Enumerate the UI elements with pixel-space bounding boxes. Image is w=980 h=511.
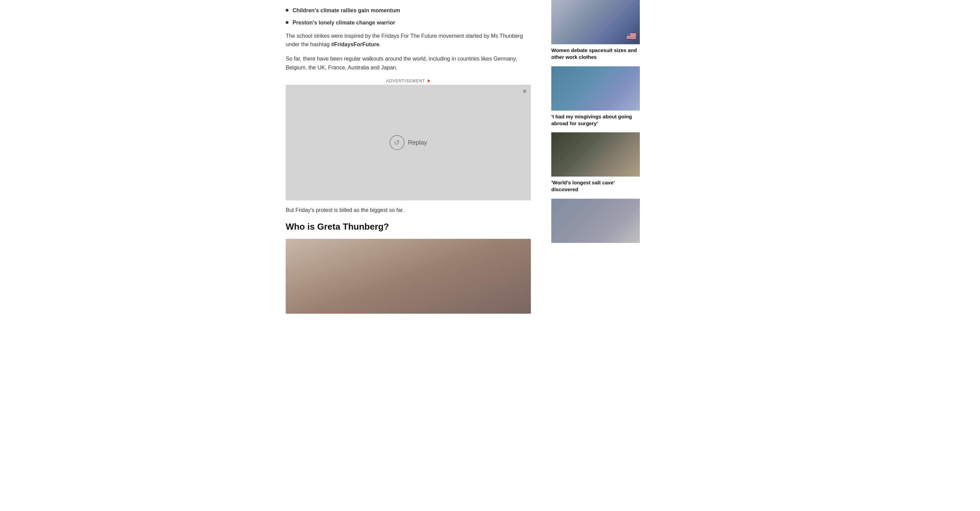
ad-box: ✕ ↺ Replay (286, 85, 531, 200)
sidebar-img-cave (551, 132, 640, 176)
paragraph-1-text: The school strikes were inspired by the … (286, 33, 523, 48)
sidebar-card-cave[interactable]: 'World's longest salt cave' discovered (551, 132, 640, 199)
sidebar-card-title-cave: 'World's longest salt cave' discovered (551, 176, 640, 199)
replay-button[interactable]: ↺ Replay (390, 135, 427, 150)
main-content: Children's climate rallies gain momentum… (245, 0, 544, 321)
hashtag: #FridaysForFuture (331, 41, 379, 47)
article-paragraph-2: So far, there have been regular walkouts… (286, 54, 531, 72)
sidebar-card-title-spacesuit: Women debate spacesuit sizes and other w… (551, 44, 640, 66)
article-paragraph-1: The school strikes were inspired by the … (286, 32, 531, 49)
bullet-item-2: Preston's lonely climate change warrior (286, 19, 531, 27)
bullet-dot-1 (286, 9, 288, 11)
ad-triangle-icon (428, 79, 430, 83)
ad-label: ADVERTISEMENT (286, 79, 531, 83)
bullet-link-1[interactable]: Children's climate rallies gain momentum (293, 7, 400, 14)
sidebar-card-spacesuit[interactable]: Women debate spacesuit sizes and other w… (551, 0, 640, 66)
sidebar-card-title-surgery: 'I had my misgivings about going abroad … (551, 111, 640, 133)
bullet-link-2[interactable]: Preston's lonely climate change warrior (293, 19, 395, 27)
portrait-image (286, 239, 531, 314)
replay-circle-icon: ↺ (390, 135, 404, 150)
bullet-dot-2 (286, 21, 288, 24)
sidebar-img-surgery (551, 66, 640, 111)
bullet-item-1: Children's climate rallies gain momentum (286, 7, 531, 14)
replay-label: Replay (408, 139, 427, 146)
sidebar-card-surgery[interactable]: 'I had my misgivings about going abroad … (551, 66, 640, 133)
paragraph-1-end: . (379, 41, 381, 47)
section-heading: Who is Greta Thunberg? (286, 222, 531, 232)
page-layout: Children's climate rallies gain momentum… (245, 0, 735, 321)
ad-close-button[interactable]: ✕ (522, 88, 527, 95)
sidebar-card-hardhat[interactable] (551, 199, 640, 243)
sidebar-img-hardhat (551, 199, 640, 243)
sidebar-img-spacesuit (551, 0, 640, 44)
ad-container: ADVERTISEMENT ✕ ↺ Replay (286, 79, 531, 200)
sidebar: Women debate spacesuit sizes and other w… (544, 0, 647, 321)
bottom-text: But Friday's protest is billed as the bi… (286, 207, 531, 213)
ad-label-text: ADVERTISEMENT (386, 79, 425, 83)
